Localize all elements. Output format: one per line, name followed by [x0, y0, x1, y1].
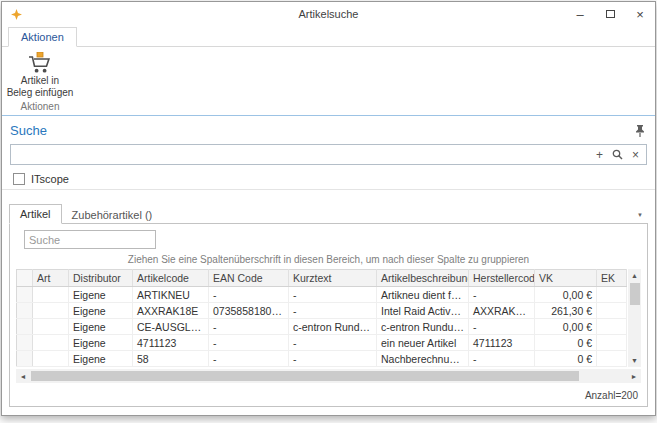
- horizontal-scrollbar[interactable]: ◄ ►: [16, 369, 641, 383]
- vertical-scrollbar[interactable]: ▲ ▼: [628, 269, 641, 367]
- filter-input[interactable]: [18, 149, 596, 161]
- cell-artikelcode[interactable]: 58: [133, 351, 209, 367]
- horizontal-scrollbar-thumb[interactable]: [31, 371, 579, 381]
- pin-icon[interactable]: [635, 125, 645, 137]
- table-row[interactable]: Eigene CE-AUSGLEICHS.A... - c-entron Run…: [17, 319, 627, 335]
- cell-artikelbeschreibung[interactable]: Artikneu dient für...: [377, 287, 469, 303]
- cell-vk[interactable]: 0,00 €: [535, 287, 597, 303]
- row-indicator[interactable]: [17, 335, 33, 351]
- minimize-button[interactable]: –: [565, 2, 595, 26]
- maximize-button[interactable]: [595, 2, 625, 26]
- cell-artikelbeschreibung[interactable]: Nachberechnungsa...: [377, 351, 469, 367]
- button-label-line1: Artikel in: [7, 75, 74, 87]
- row-indicator[interactable]: [17, 303, 33, 319]
- cell-eancode[interactable]: 0735858180443: [209, 303, 289, 319]
- column-header-art[interactable]: Art: [33, 270, 69, 287]
- artikelsuche-window: Artikelsuche – × Aktionen Ar: [1, 1, 656, 416]
- chevron-down-icon[interactable]: ▼: [637, 212, 643, 218]
- button-label-line2: Beleg einfügen: [7, 87, 74, 99]
- itscope-label[interactable]: ITscope: [31, 173, 69, 185]
- cell-vk[interactable]: 261,30 €: [535, 303, 597, 319]
- cell-art[interactable]: [33, 351, 69, 367]
- cell-herstellercode[interactable]: -: [469, 287, 535, 303]
- cell-art[interactable]: [33, 335, 69, 351]
- column-header-herstellercode[interactable]: Herstellercode: [469, 270, 535, 287]
- window-controls: – ×: [565, 2, 655, 26]
- cell-artikelcode[interactable]: ARTIKNEU: [133, 287, 209, 303]
- close-button[interactable]: ×: [625, 2, 655, 26]
- scroll-up-button[interactable]: ▲: [628, 269, 641, 282]
- clear-icon[interactable]: ×: [632, 149, 639, 161]
- column-header-artikelcode[interactable]: Artikelcode: [133, 270, 209, 287]
- table-row[interactable]: Eigene 58 - - Nachberechnungsa... - 0 €: [17, 351, 627, 367]
- column-header-kurztext[interactable]: Kurztext: [289, 270, 377, 287]
- cell-kurztext[interactable]: -: [289, 287, 377, 303]
- scroll-left-button[interactable]: ◄: [16, 373, 30, 380]
- cell-artikelbeschreibung[interactable]: c-entron Rundung...: [377, 319, 469, 335]
- add-criteria-icon[interactable]: +: [596, 149, 603, 161]
- cell-kurztext[interactable]: -: [289, 335, 377, 351]
- table-row[interactable]: Eigene ARTIKNEU - - Artikneu dient für..…: [17, 287, 627, 303]
- filter-criteria-box[interactable]: + ×: [10, 144, 647, 165]
- table-row[interactable]: Eigene AXXRAK18E 0735858180443 - Intel R…: [17, 303, 627, 319]
- row-indicator[interactable]: [17, 351, 33, 367]
- grid-search-input[interactable]: [24, 230, 156, 249]
- cell-eancode[interactable]: -: [209, 351, 289, 367]
- cell-distributor[interactable]: Eigene: [69, 303, 133, 319]
- cell-ek[interactable]: [597, 319, 627, 335]
- cell-kurztext[interactable]: c-entron Rundung...: [289, 319, 377, 335]
- column-header-vk[interactable]: VK: [535, 270, 597, 287]
- cell-kurztext[interactable]: -: [289, 351, 377, 367]
- cell-herstellercode[interactable]: 4711123: [469, 335, 535, 351]
- cell-artikelcode[interactable]: 4711123: [133, 335, 209, 351]
- cell-art[interactable]: [33, 319, 69, 335]
- cell-distributor[interactable]: Eigene: [69, 319, 133, 335]
- cell-art[interactable]: [33, 303, 69, 319]
- cell-eancode[interactable]: -: [209, 319, 289, 335]
- cell-distributor[interactable]: Eigene: [69, 335, 133, 351]
- itscope-checkbox[interactable]: [13, 173, 25, 185]
- table-row[interactable]: Eigene 4711123 - - ein neuer Artikel 471…: [17, 335, 627, 351]
- cell-eancode[interactable]: -: [209, 335, 289, 351]
- column-header-eancode[interactable]: EAN Code: [209, 270, 289, 287]
- cell-distributor[interactable]: Eigene: [69, 351, 133, 367]
- status-row: Anzahl=200: [19, 390, 638, 401]
- scroll-right-button[interactable]: ►: [627, 373, 641, 380]
- cell-herstellercode[interactable]: AXXRAK18E: [469, 303, 535, 319]
- cell-art[interactable]: [33, 287, 69, 303]
- column-header-ek[interactable]: EK: [597, 270, 627, 287]
- cell-eancode[interactable]: -: [209, 287, 289, 303]
- search-icon[interactable]: [612, 149, 623, 160]
- row-indicator-header: [17, 270, 33, 287]
- cell-artikelcode[interactable]: CE-AUSGLEICHS.A...: [133, 319, 209, 335]
- title-bar[interactable]: Artikelsuche – ×: [2, 2, 655, 26]
- column-header-artikelbeschreibung[interactable]: Artikelbeschreibung: [377, 270, 469, 287]
- cell-distributor[interactable]: Eigene: [69, 287, 133, 303]
- cell-vk[interactable]: 0,00 €: [535, 319, 597, 335]
- grid-header-row: Art Distributor Artikelcode EAN Code Kur…: [17, 270, 627, 287]
- cell-artikelbeschreibung[interactable]: ein neuer Artikel: [377, 335, 469, 351]
- cell-herstellercode[interactable]: -: [469, 351, 535, 367]
- cell-artikelbeschreibung[interactable]: Intel Raid Activatio...: [377, 303, 469, 319]
- row-indicator[interactable]: [17, 287, 33, 303]
- cell-ek[interactable]: [597, 303, 627, 319]
- artikel-in-beleg-einfuegen-button[interactable]: Artikel in Beleg einfügen: [3, 49, 78, 100]
- tab-zubehoerartikel[interactable]: Zubehörartikel (): [62, 206, 163, 224]
- tab-aktionen[interactable]: Aktionen: [8, 27, 77, 47]
- cell-vk[interactable]: 0 €: [535, 351, 597, 367]
- scroll-down-button[interactable]: ▼: [628, 354, 641, 367]
- cell-artikelcode[interactable]: AXXRAK18E: [133, 303, 209, 319]
- grid-wrap: Art Distributor Artikelcode EAN Code Kur…: [16, 269, 641, 367]
- cell-kurztext[interactable]: -: [289, 303, 377, 319]
- minimize-icon: –: [576, 7, 583, 22]
- cell-herstellercode[interactable]: -: [469, 319, 535, 335]
- column-header-distributor[interactable]: Distributor: [69, 270, 133, 287]
- row-indicator[interactable]: [17, 319, 33, 335]
- cell-ek[interactable]: [597, 351, 627, 367]
- cell-ek[interactable]: [597, 335, 627, 351]
- cell-vk[interactable]: 0 €: [535, 335, 597, 351]
- vertical-scrollbar-thumb[interactable]: [630, 283, 640, 305]
- cell-ek[interactable]: [597, 287, 627, 303]
- tab-artikel[interactable]: Artikel: [9, 204, 62, 224]
- app-icon[interactable]: [11, 9, 22, 20]
